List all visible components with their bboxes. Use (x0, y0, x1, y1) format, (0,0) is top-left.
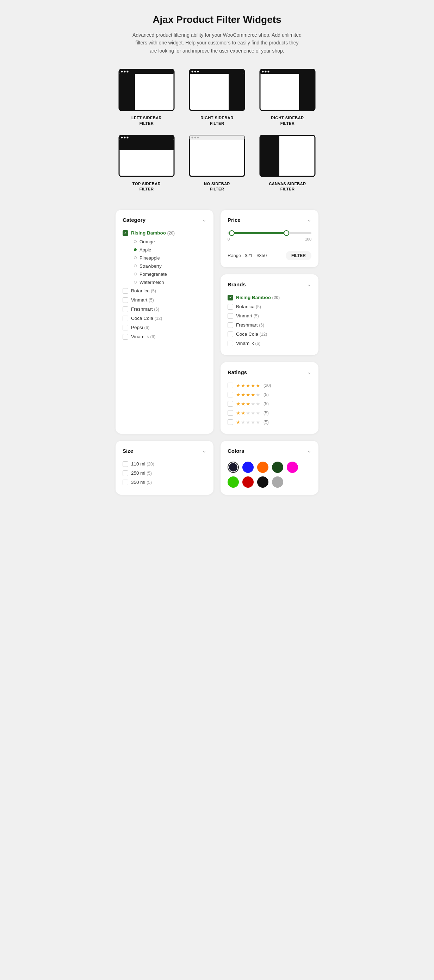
price-header[interactable]: Price ⌄ (228, 217, 311, 223)
size-250-label: 250 ml (5) (131, 471, 152, 476)
botanica-checkbox[interactable] (123, 288, 128, 294)
ratings-header[interactable]: Ratings ⌄ (228, 369, 311, 375)
rating2-count: (5) (263, 410, 269, 415)
sub-pomegranate[interactable]: Pomegranate (134, 270, 206, 278)
slider-labels: 0 100 (228, 237, 311, 241)
slider-thumb-left[interactable] (229, 230, 234, 236)
brand-vinamilk[interactable]: Vinamilk (6) (228, 339, 311, 348)
category-botanica[interactable]: Botanica (5) (123, 286, 206, 296)
pepsi-label: Pepsi (6) (131, 325, 149, 330)
pepsi-checkbox[interactable] (123, 325, 128, 331)
brand-rising-checkbox[interactable]: ✓ (228, 295, 233, 301)
size-250ml[interactable]: 250 ml (5) (123, 469, 206, 478)
size-110ml[interactable]: 110 ml (20) (123, 460, 206, 469)
slider-min-label: 0 (228, 237, 230, 241)
vinamilk-checkbox[interactable] (123, 334, 128, 340)
color-orange[interactable] (257, 461, 268, 473)
rating-3star[interactable]: ★★★★★ (5) (228, 399, 311, 408)
rating-5star[interactable]: ★★★★★ (20) (228, 381, 311, 390)
size-widget: Size ⌄ 110 ml (20) 250 ml (5) 350 ml (5) (116, 441, 214, 495)
brand-freshmart-checkbox[interactable] (228, 322, 233, 328)
freshmart-checkbox[interactable] (123, 307, 128, 312)
rating5-checkbox[interactable] (228, 383, 233, 388)
color-red[interactable] (242, 476, 253, 488)
layout-canvas-sidebar[interactable]: CANVAS SIDEBARFILTER (257, 135, 318, 192)
layout-no-label: NO SIDEBARFILTER (204, 181, 230, 192)
category-pepsi[interactable]: Pepsi (6) (123, 323, 206, 332)
price-widget: Price ⌄ 0 100 Range : $21 - $350 (220, 210, 318, 267)
svg-point-15 (265, 71, 267, 73)
size-350-label: 350 ml (5) (131, 480, 152, 485)
rating2-checkbox[interactable] (228, 410, 233, 416)
size-350-checkbox[interactable] (123, 480, 128, 485)
size-350ml[interactable]: 350 ml (5) (123, 478, 206, 487)
color-dark-green[interactable] (272, 461, 283, 473)
layout-right-sidebar[interactable]: RIGHT SIDEBARFILTER (186, 69, 248, 126)
price-slider[interactable]: 0 100 (228, 229, 311, 248)
svg-rect-30 (260, 135, 279, 176)
layout-left-sidebar[interactable]: LEFT SIDEBARFILTER (116, 69, 177, 126)
rating-1star[interactable]: ★★★★★ (5) (228, 418, 311, 427)
color-magenta[interactable] (287, 461, 298, 473)
color-green[interactable] (228, 476, 239, 488)
colors-header[interactable]: Colors ⌄ (228, 448, 311, 454)
slider-thumb-right[interactable] (284, 230, 289, 236)
watermelon-label: Watermelon (139, 280, 164, 285)
color-gray[interactable] (272, 476, 283, 488)
brand-cocacola[interactable]: Coca Cola (12) (228, 330, 311, 339)
layout-top-sidebar[interactable]: TOP SIDEBARFILTER (116, 135, 177, 192)
brand-vinamilk-checkbox[interactable] (228, 340, 233, 346)
svg-point-2 (121, 71, 123, 73)
rating3-checkbox[interactable] (228, 401, 233, 407)
brand-botanica-checkbox[interactable] (228, 304, 233, 310)
layout-right-sidebar-2[interactable]: RIGHT SIDEBARFILTER (257, 69, 318, 126)
brands-header[interactable]: Brands ⌄ (228, 282, 311, 287)
rating-2star[interactable]: ★★★★★ (5) (228, 408, 311, 418)
brands-chevron-icon: ⌄ (307, 282, 311, 287)
brand-cocacola-checkbox[interactable] (228, 331, 233, 337)
sub-watermelon[interactable]: Watermelon (134, 278, 206, 286)
rising-bamboo-label: Rising Bamboo (20) (131, 230, 175, 235)
sub-orange[interactable]: Orange (134, 238, 206, 246)
color-black[interactable] (257, 476, 268, 488)
color-blue[interactable] (242, 461, 253, 473)
layout-right-2-label: RIGHT SIDEBARFILTER (271, 115, 304, 126)
size-250-checkbox[interactable] (123, 471, 128, 476)
rating3-count: (5) (263, 401, 269, 406)
vinmart-label: Vinmart (5) (131, 297, 154, 302)
color-navy[interactable] (228, 461, 239, 473)
rising-bamboo-checkbox[interactable]: ✓ (123, 230, 128, 236)
brand-freshmart[interactable]: Freshmart (6) (228, 321, 311, 330)
layout-no-sidebar[interactable]: NO SIDEBARFILTER (186, 135, 248, 192)
category-cocacola[interactable]: Coca Cola (12) (123, 314, 206, 323)
page-title: Ajax Product Filter Widgets (116, 14, 318, 25)
1-star-icon: ★★★★★ (236, 419, 261, 425)
vinamilk-label: Vinamilk (6) (131, 334, 155, 339)
widgets-row-2: Size ⌄ 110 ml (20) 250 ml (5) 350 ml (5) (116, 441, 318, 495)
sub-apple[interactable]: Apple (134, 246, 206, 254)
rating4-checkbox[interactable] (228, 392, 233, 398)
rating-4star[interactable]: ★★★★★ (5) (228, 390, 311, 399)
brand-vinmart-checkbox[interactable] (228, 313, 233, 319)
vinmart-checkbox[interactable] (123, 297, 128, 303)
cocacola-checkbox[interactable] (123, 316, 128, 321)
size-110-checkbox[interactable] (123, 461, 128, 467)
brand-rising-bamboo[interactable]: ✓ Rising Bamboo (20) (228, 293, 311, 302)
sub-pineapple[interactable]: Pineapple (134, 254, 206, 262)
price-chevron-icon: ⌄ (307, 217, 311, 223)
category-vinmart[interactable]: Vinmart (5) (123, 296, 206, 305)
layout-right-label: RIGHT SIDEBARFILTER (200, 115, 233, 126)
category-header[interactable]: Category ⌄ (123, 217, 206, 223)
svg-point-9 (195, 71, 196, 73)
freshmart-label: Freshmart (6) (131, 307, 159, 312)
category-freshmart[interactable]: Freshmart (6) (123, 305, 206, 314)
size-header[interactable]: Size ⌄ (123, 448, 206, 454)
category-rising-bamboo[interactable]: ✓ Rising Bamboo (20) (123, 229, 206, 238)
sub-strawberry[interactable]: Strawberry (134, 262, 206, 270)
brand-botanica[interactable]: Botanica (5) (228, 302, 311, 311)
rating1-checkbox[interactable] (228, 419, 233, 425)
filter-button[interactable]: FILTER (286, 251, 311, 260)
rating4-count: (5) (263, 392, 269, 397)
brand-vinmart[interactable]: Vinmart (5) (228, 311, 311, 321)
category-vinamilk[interactable]: Vinamilk (6) (123, 332, 206, 341)
